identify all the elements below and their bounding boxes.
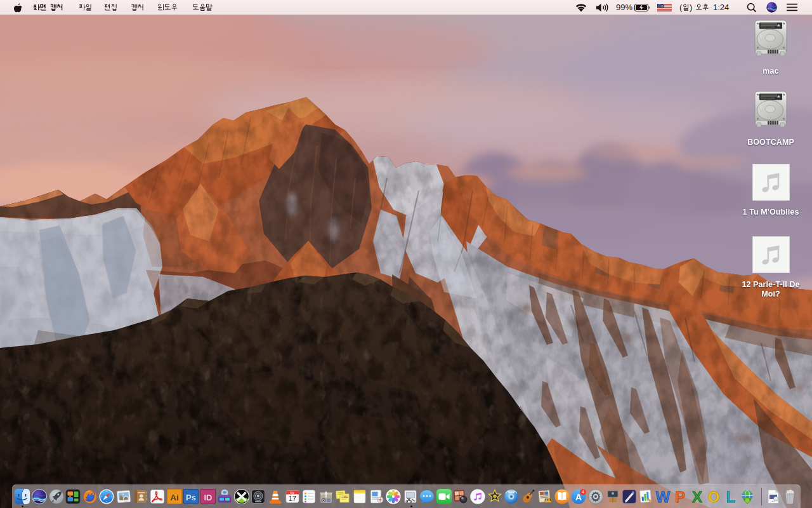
svg-text:Q: Q [322,498,325,502]
svg-text:L: L [726,489,735,504]
svg-text:P: P [675,489,685,504]
svg-text:X: X [691,489,702,504]
svg-text:17: 17 [288,495,296,502]
svg-text:4: 4 [582,490,584,494]
svg-text:Mga: Mga [344,496,348,498]
svg-text:doc: doc [771,500,775,503]
svg-text:W: W [656,489,671,504]
svg-text:ID: ID [204,493,212,502]
svg-text:O: O [708,489,720,504]
svg-text:Ai: Ai [170,493,178,502]
svg-text:Ps: Ps [186,493,196,502]
